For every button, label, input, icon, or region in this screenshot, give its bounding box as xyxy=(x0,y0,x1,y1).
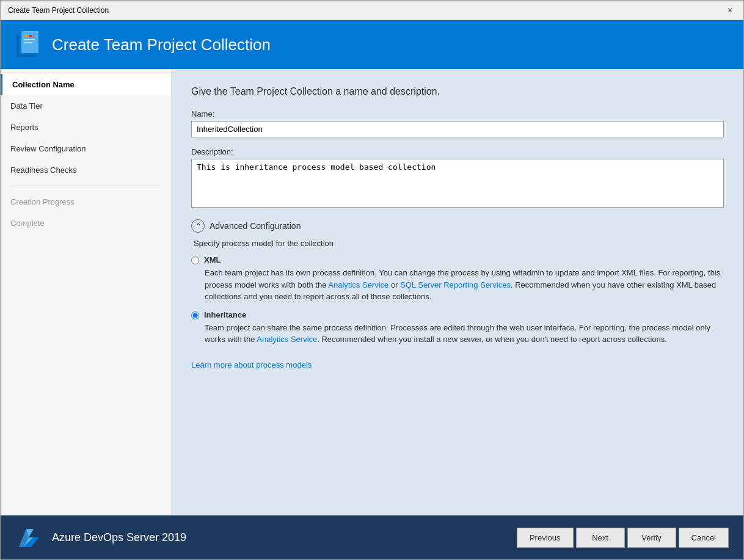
advanced-config-label: Advanced Configuration xyxy=(210,221,301,231)
content-heading: Give the Team Project Collection a name … xyxy=(191,86,724,97)
sidebar-item-collection-name[interactable]: Collection Name xyxy=(1,74,171,95)
svg-rect-6 xyxy=(24,42,32,43)
description-form-group: Description: xyxy=(191,147,724,209)
cancel-button[interactable]: Cancel xyxy=(679,528,729,548)
description-label: Description: xyxy=(191,147,724,156)
window-title: Create Team Project Collection xyxy=(8,6,109,15)
inheritance-desc-2: . Recommended when you install a new ser… xyxy=(317,335,667,344)
header-app-icon xyxy=(13,30,42,59)
description-input[interactable] xyxy=(191,159,724,208)
xml-desc-2: or xyxy=(388,280,400,289)
analytics-service-link-1[interactable]: Analytics Service xyxy=(328,280,388,289)
sql-server-reporting-link[interactable]: SQL Server Reporting Services xyxy=(400,280,511,289)
inheritance-option: Inheritance Team project can share the s… xyxy=(191,310,724,346)
next-button[interactable]: Next xyxy=(576,528,625,548)
close-button[interactable]: × xyxy=(724,4,736,16)
footer-brand-text: Azure DevOps Server 2019 xyxy=(52,531,186,544)
xml-radio[interactable] xyxy=(191,256,199,264)
svg-rect-5 xyxy=(24,39,35,40)
name-label: Name: xyxy=(191,109,724,118)
inheritance-radio[interactable] xyxy=(191,311,199,319)
sidebar-item-complete: Complete xyxy=(1,213,171,234)
advanced-config-toggle[interactable]: ⌃ Advanced Configuration xyxy=(191,219,724,233)
name-form-group: Name: xyxy=(191,109,724,137)
sidebar-item-data-tier[interactable]: Data Tier xyxy=(1,95,171,117)
footer-buttons: Previous Next Verify Cancel xyxy=(517,528,729,548)
header-icon xyxy=(13,30,42,59)
content-area: Give the Team Project Collection a name … xyxy=(172,69,743,515)
footer-brand: Azure DevOps Server 2019 xyxy=(15,524,186,551)
sidebar-item-review-configuration[interactable]: Review Configuration xyxy=(1,138,171,159)
header-banner: Create Team Project Collection xyxy=(1,20,743,69)
xml-description: Each team project has its own process de… xyxy=(191,267,724,303)
analytics-service-link-2[interactable]: Analytics Service xyxy=(257,335,317,344)
inheritance-label[interactable]: Inheritance xyxy=(204,310,246,319)
sidebar-divider xyxy=(10,186,161,186)
footer: Azure DevOps Server 2019 Previous Next V… xyxy=(1,515,743,559)
xml-radio-row: XML xyxy=(191,255,724,264)
learn-more-link[interactable]: Learn more about process models xyxy=(191,360,312,369)
footer-logo xyxy=(15,524,42,551)
sidebar-item-creation-progress: Creation Progress xyxy=(1,191,171,213)
xml-option: XML Each team project has its own proces… xyxy=(191,255,724,303)
svg-rect-3 xyxy=(24,35,27,37)
verify-button[interactable]: Verify xyxy=(627,528,676,548)
learn-more-section: Learn more about process models xyxy=(191,360,724,369)
sidebar-item-readiness-checks[interactable]: Readiness Checks xyxy=(1,159,171,181)
main-area: Collection Name Data Tier Reports Review… xyxy=(1,69,743,515)
inheritance-radio-row: Inheritance xyxy=(191,310,724,319)
sidebar-item-reports[interactable]: Reports xyxy=(1,117,171,138)
advanced-config-icon: ⌃ xyxy=(191,219,205,233)
azure-devops-logo xyxy=(15,524,42,551)
main-window: Create Team Project Collection × Create … xyxy=(0,0,744,560)
sidebar: Collection Name Data Tier Reports Review… xyxy=(1,69,172,515)
inheritance-description: Team project can share the same process … xyxy=(191,322,724,346)
process-model-heading: Specify process model for the collection xyxy=(191,239,724,248)
xml-label[interactable]: XML xyxy=(204,255,221,264)
title-bar: Create Team Project Collection × xyxy=(1,1,743,20)
header-title: Create Team Project Collection xyxy=(52,35,271,54)
previous-button[interactable]: Previous xyxy=(517,528,574,548)
svg-rect-4 xyxy=(29,35,32,37)
name-input[interactable] xyxy=(191,121,724,137)
